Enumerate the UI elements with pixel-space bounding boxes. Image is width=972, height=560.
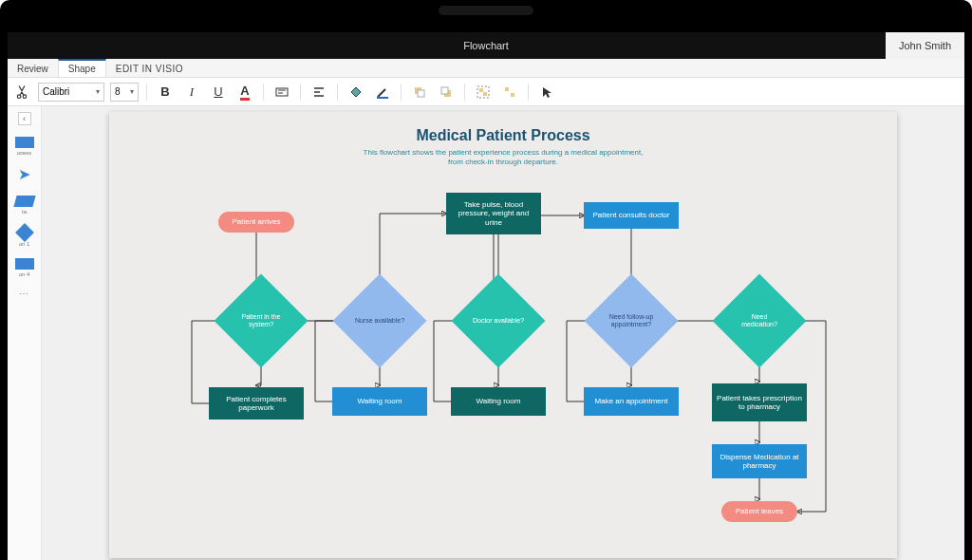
flowchart-node-paper[interactable]: Patient completes paperwork (209, 387, 304, 420)
device-notch (439, 6, 533, 15)
svg-rect-14 (505, 87, 509, 91)
svg-rect-8 (418, 90, 424, 97)
chevron-down-icon: ▾ (96, 87, 100, 96)
shape-stencil-decision[interactable]: on 1 (14, 226, 35, 247)
drawing-page[interactable]: Medical Patient Process This flowchart s… (109, 112, 897, 558)
toolbar-separator (337, 84, 338, 101)
shape-stencil-process[interactable]: ocess (14, 137, 35, 156)
shape-stencil-process-alt[interactable]: on 4 (14, 258, 35, 277)
ribbon-tab-strip: Review Shape EDIT IN VISIO (8, 59, 964, 78)
bold-button[interactable]: B (155, 82, 176, 103)
workspace: ‹ ocess ➤ ta on 1 on 4 ⋯ Medical Patient… (8, 106, 964, 560)
pointer-tool-icon[interactable] (536, 82, 557, 103)
stencil-label: ocess (17, 150, 32, 156)
font-name-value: Calibri (43, 86, 69, 97)
toolbar-separator (300, 84, 301, 101)
font-size-value: 8 (115, 86, 121, 97)
shape-stencil-arrow[interactable]: ➤ (14, 167, 35, 184)
bring-front-icon[interactable] (409, 82, 430, 103)
font-color-icon[interactable]: A (234, 82, 255, 103)
shapes-panel: ‹ ocess ➤ ta on 1 on 4 ⋯ (8, 106, 42, 560)
line-color-icon[interactable] (372, 82, 393, 103)
flowchart-node-end[interactable]: Patient leaves (721, 501, 797, 522)
stencil-label: ta (22, 209, 27, 215)
flowchart-node-presc[interactable]: Patient takes prescription to pharmacy (712, 383, 807, 421)
svg-rect-6 (377, 97, 388, 99)
font-name-select[interactable]: Calibri▾ (38, 83, 104, 102)
text-box-icon[interactable] (271, 82, 292, 103)
align-left-icon[interactable] (308, 82, 329, 103)
flowchart-node-pulse[interactable]: Take pulse, blood pressure, weight and u… (446, 193, 541, 234)
flowchart-decision-d5[interactable]: Need medication? (726, 288, 793, 354)
cut-icon[interactable] (11, 82, 32, 103)
stencil-label: on 4 (19, 271, 30, 277)
flowchart-node-consult[interactable]: Patient consults doctor (584, 202, 679, 229)
toolbar-separator (528, 84, 529, 101)
title-bar: Flowchart John Smith (8, 32, 964, 59)
app-window: Flowchart John Smith Review Shape EDIT I… (8, 32, 964, 560)
canvas-area[interactable]: Medical Patient Process This flowchart s… (42, 106, 964, 560)
flowchart-decision-d3[interactable]: Doctor available? (465, 288, 532, 354)
tab-edit-in-visio[interactable]: EDIT IN VISIO (106, 61, 193, 77)
chevron-down-icon: ▾ (130, 87, 134, 96)
more-stencils-icon[interactable]: ⋯ (19, 289, 30, 299)
device-frame: Flowchart John Smith Review Shape EDIT I… (0, 0, 972, 560)
send-back-icon[interactable] (436, 82, 457, 103)
svg-rect-12 (479, 88, 483, 92)
tab-shape[interactable]: Shape (58, 59, 106, 77)
flowchart-node-disp[interactable]: Dispense Medication at pharmacy (712, 444, 807, 478)
shape-stencil-data[interactable]: ta (14, 196, 35, 215)
svg-rect-13 (483, 92, 487, 96)
panel-collapse-button[interactable]: ‹ (18, 112, 31, 125)
svg-rect-10 (441, 87, 448, 94)
font-size-select[interactable]: 8▾ (110, 83, 139, 102)
ungroup-icon[interactable] (499, 82, 520, 103)
toolbar-separator (401, 84, 402, 101)
underline-button[interactable]: U (208, 82, 229, 103)
flowchart-decision-d1[interactable]: Patient in the system? (228, 288, 294, 354)
user-account-chip[interactable]: John Smith (886, 32, 964, 59)
svg-rect-0 (276, 88, 288, 96)
fill-color-icon[interactable] (346, 82, 366, 103)
toolbar-separator (146, 84, 147, 101)
flowchart-node-wait1[interactable]: Waiting room (332, 387, 427, 416)
flowchart-decision-d2[interactable]: Nurse available? (346, 288, 413, 354)
tab-review[interactable]: Review (8, 61, 58, 77)
group-icon[interactable] (473, 82, 494, 103)
flowchart-node-wait2[interactable]: Waiting room (451, 387, 546, 416)
flowchart-node-appt[interactable]: Make an appointment (584, 387, 679, 416)
document-title: Flowchart (463, 40, 509, 51)
flowchart-node-start[interactable]: Patient arrives (218, 212, 294, 233)
italic-button[interactable]: I (181, 82, 202, 103)
svg-rect-15 (511, 93, 514, 97)
toolbar-separator (263, 84, 264, 101)
flowchart-decision-d4[interactable]: Need follow-up appointment? (598, 288, 664, 354)
toolbar-separator (464, 84, 465, 101)
formatting-toolbar: Calibri▾ 8▾ B I U A (8, 78, 964, 106)
